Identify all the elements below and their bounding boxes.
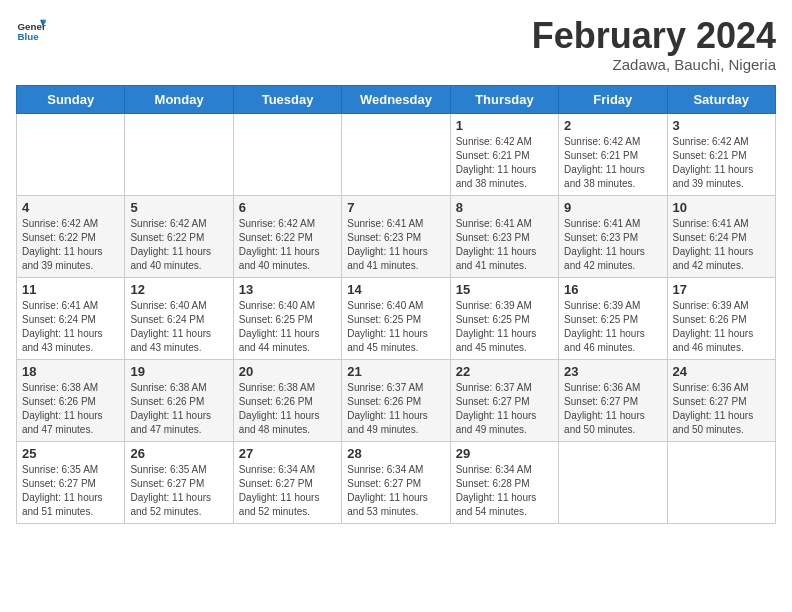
- day-number: 25: [22, 446, 119, 461]
- calendar-cell: 12Sunrise: 6:40 AM Sunset: 6:24 PM Dayli…: [125, 277, 233, 359]
- day-info: Sunrise: 6:41 AM Sunset: 6:23 PM Dayligh…: [347, 217, 444, 273]
- calendar-cell: 7Sunrise: 6:41 AM Sunset: 6:23 PM Daylig…: [342, 195, 450, 277]
- calendar-cell: 11Sunrise: 6:41 AM Sunset: 6:24 PM Dayli…: [17, 277, 125, 359]
- calendar-cell: 14Sunrise: 6:40 AM Sunset: 6:25 PM Dayli…: [342, 277, 450, 359]
- day-number: 9: [564, 200, 661, 215]
- day-number: 15: [456, 282, 553, 297]
- day-info: Sunrise: 6:36 AM Sunset: 6:27 PM Dayligh…: [673, 381, 770, 437]
- day-info: Sunrise: 6:42 AM Sunset: 6:22 PM Dayligh…: [239, 217, 336, 273]
- day-info: Sunrise: 6:34 AM Sunset: 6:28 PM Dayligh…: [456, 463, 553, 519]
- day-info: Sunrise: 6:34 AM Sunset: 6:27 PM Dayligh…: [239, 463, 336, 519]
- column-header-friday: Friday: [559, 85, 667, 113]
- column-header-tuesday: Tuesday: [233, 85, 341, 113]
- column-header-monday: Monday: [125, 85, 233, 113]
- day-number: 3: [673, 118, 770, 133]
- day-number: 4: [22, 200, 119, 215]
- calendar-week-row: 11Sunrise: 6:41 AM Sunset: 6:24 PM Dayli…: [17, 277, 776, 359]
- calendar-cell: 4Sunrise: 6:42 AM Sunset: 6:22 PM Daylig…: [17, 195, 125, 277]
- column-header-wednesday: Wednesday: [342, 85, 450, 113]
- day-info: Sunrise: 6:37 AM Sunset: 6:26 PM Dayligh…: [347, 381, 444, 437]
- day-info: Sunrise: 6:41 AM Sunset: 6:23 PM Dayligh…: [456, 217, 553, 273]
- day-number: 12: [130, 282, 227, 297]
- day-number: 26: [130, 446, 227, 461]
- calendar-cell: 16Sunrise: 6:39 AM Sunset: 6:25 PM Dayli…: [559, 277, 667, 359]
- day-number: 29: [456, 446, 553, 461]
- calendar-cell: 15Sunrise: 6:39 AM Sunset: 6:25 PM Dayli…: [450, 277, 558, 359]
- day-info: Sunrise: 6:39 AM Sunset: 6:26 PM Dayligh…: [673, 299, 770, 355]
- calendar-cell: 24Sunrise: 6:36 AM Sunset: 6:27 PM Dayli…: [667, 359, 775, 441]
- day-info: Sunrise: 6:38 AM Sunset: 6:26 PM Dayligh…: [22, 381, 119, 437]
- calendar-cell: 10Sunrise: 6:41 AM Sunset: 6:24 PM Dayli…: [667, 195, 775, 277]
- month-title: February 2024: [532, 16, 776, 56]
- day-info: Sunrise: 6:36 AM Sunset: 6:27 PM Dayligh…: [564, 381, 661, 437]
- calendar-cell: 27Sunrise: 6:34 AM Sunset: 6:27 PM Dayli…: [233, 441, 341, 523]
- day-info: Sunrise: 6:42 AM Sunset: 6:21 PM Dayligh…: [456, 135, 553, 191]
- calendar-cell: [667, 441, 775, 523]
- calendar-cell: [559, 441, 667, 523]
- svg-text:Blue: Blue: [18, 31, 40, 42]
- day-number: 11: [22, 282, 119, 297]
- column-header-thursday: Thursday: [450, 85, 558, 113]
- calendar-cell: 13Sunrise: 6:40 AM Sunset: 6:25 PM Dayli…: [233, 277, 341, 359]
- calendar-cell: 29Sunrise: 6:34 AM Sunset: 6:28 PM Dayli…: [450, 441, 558, 523]
- calendar-cell: 8Sunrise: 6:41 AM Sunset: 6:23 PM Daylig…: [450, 195, 558, 277]
- day-info: Sunrise: 6:40 AM Sunset: 6:25 PM Dayligh…: [239, 299, 336, 355]
- calendar-cell: 3Sunrise: 6:42 AM Sunset: 6:21 PM Daylig…: [667, 113, 775, 195]
- day-info: Sunrise: 6:42 AM Sunset: 6:21 PM Dayligh…: [673, 135, 770, 191]
- day-number: 16: [564, 282, 661, 297]
- day-info: Sunrise: 6:39 AM Sunset: 6:25 PM Dayligh…: [456, 299, 553, 355]
- day-number: 23: [564, 364, 661, 379]
- calendar-cell: 6Sunrise: 6:42 AM Sunset: 6:22 PM Daylig…: [233, 195, 341, 277]
- day-info: Sunrise: 6:41 AM Sunset: 6:24 PM Dayligh…: [22, 299, 119, 355]
- calendar-cell: 9Sunrise: 6:41 AM Sunset: 6:23 PM Daylig…: [559, 195, 667, 277]
- day-number: 21: [347, 364, 444, 379]
- day-info: Sunrise: 6:42 AM Sunset: 6:22 PM Dayligh…: [22, 217, 119, 273]
- calendar-cell: 19Sunrise: 6:38 AM Sunset: 6:26 PM Dayli…: [125, 359, 233, 441]
- calendar-cell: 22Sunrise: 6:37 AM Sunset: 6:27 PM Dayli…: [450, 359, 558, 441]
- title-area: February 2024 Zadawa, Bauchi, Nigeria: [532, 16, 776, 73]
- calendar-cell: 26Sunrise: 6:35 AM Sunset: 6:27 PM Dayli…: [125, 441, 233, 523]
- calendar-week-row: 1Sunrise: 6:42 AM Sunset: 6:21 PM Daylig…: [17, 113, 776, 195]
- day-info: Sunrise: 6:42 AM Sunset: 6:21 PM Dayligh…: [564, 135, 661, 191]
- day-number: 14: [347, 282, 444, 297]
- logo: General Blue: [16, 16, 46, 46]
- calendar-cell: 21Sunrise: 6:37 AM Sunset: 6:26 PM Dayli…: [342, 359, 450, 441]
- day-info: Sunrise: 6:35 AM Sunset: 6:27 PM Dayligh…: [130, 463, 227, 519]
- day-number: 27: [239, 446, 336, 461]
- calendar-cell: 2Sunrise: 6:42 AM Sunset: 6:21 PM Daylig…: [559, 113, 667, 195]
- day-number: 5: [130, 200, 227, 215]
- calendar-cell: [342, 113, 450, 195]
- calendar-cell: 23Sunrise: 6:36 AM Sunset: 6:27 PM Dayli…: [559, 359, 667, 441]
- day-info: Sunrise: 6:38 AM Sunset: 6:26 PM Dayligh…: [239, 381, 336, 437]
- day-info: Sunrise: 6:35 AM Sunset: 6:27 PM Dayligh…: [22, 463, 119, 519]
- day-number: 17: [673, 282, 770, 297]
- day-number: 10: [673, 200, 770, 215]
- calendar-week-row: 18Sunrise: 6:38 AM Sunset: 6:26 PM Dayli…: [17, 359, 776, 441]
- calendar-cell: 1Sunrise: 6:42 AM Sunset: 6:21 PM Daylig…: [450, 113, 558, 195]
- day-info: Sunrise: 6:39 AM Sunset: 6:25 PM Dayligh…: [564, 299, 661, 355]
- day-number: 18: [22, 364, 119, 379]
- day-number: 7: [347, 200, 444, 215]
- day-info: Sunrise: 6:37 AM Sunset: 6:27 PM Dayligh…: [456, 381, 553, 437]
- calendar-cell: 17Sunrise: 6:39 AM Sunset: 6:26 PM Dayli…: [667, 277, 775, 359]
- calendar-table: SundayMondayTuesdayWednesdayThursdayFrid…: [16, 85, 776, 524]
- calendar-cell: 20Sunrise: 6:38 AM Sunset: 6:26 PM Dayli…: [233, 359, 341, 441]
- location-subtitle: Zadawa, Bauchi, Nigeria: [532, 56, 776, 73]
- logo-icon: General Blue: [16, 16, 46, 46]
- day-number: 24: [673, 364, 770, 379]
- day-number: 1: [456, 118, 553, 133]
- calendar-cell: 5Sunrise: 6:42 AM Sunset: 6:22 PM Daylig…: [125, 195, 233, 277]
- day-number: 8: [456, 200, 553, 215]
- day-info: Sunrise: 6:40 AM Sunset: 6:24 PM Dayligh…: [130, 299, 227, 355]
- calendar-cell: [233, 113, 341, 195]
- calendar-cell: 25Sunrise: 6:35 AM Sunset: 6:27 PM Dayli…: [17, 441, 125, 523]
- day-info: Sunrise: 6:40 AM Sunset: 6:25 PM Dayligh…: [347, 299, 444, 355]
- calendar-cell: [17, 113, 125, 195]
- day-info: Sunrise: 6:42 AM Sunset: 6:22 PM Dayligh…: [130, 217, 227, 273]
- calendar-week-row: 4Sunrise: 6:42 AM Sunset: 6:22 PM Daylig…: [17, 195, 776, 277]
- header: General Blue February 2024 Zadawa, Bauch…: [16, 16, 776, 73]
- day-number: 22: [456, 364, 553, 379]
- calendar-cell: 28Sunrise: 6:34 AM Sunset: 6:27 PM Dayli…: [342, 441, 450, 523]
- day-number: 2: [564, 118, 661, 133]
- day-info: Sunrise: 6:38 AM Sunset: 6:26 PM Dayligh…: [130, 381, 227, 437]
